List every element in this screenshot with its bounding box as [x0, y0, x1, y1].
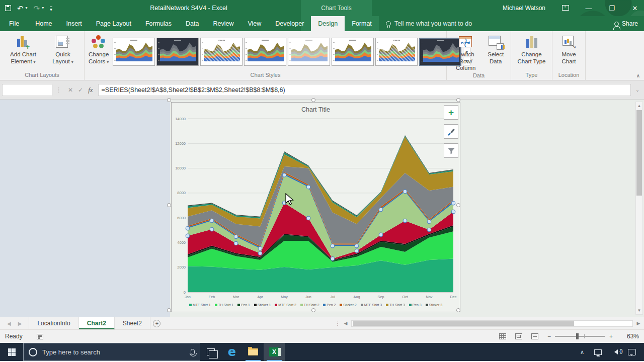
chart-styles-button[interactable] [444, 124, 458, 139]
enter-formula-icon[interactable]: ✓ [78, 86, 83, 94]
ribbon-tab[interactable]: Insert [59, 16, 89, 31]
selected-point-bottom[interactable] [306, 216, 310, 220]
move-chart-button[interactable]: ↘ Move Chart [554, 32, 583, 71]
sheet-tab[interactable]: Sheet2 [115, 317, 150, 329]
ribbon-display-options-icon[interactable] [560, 5, 571, 12]
edge-button[interactable]: e [221, 343, 243, 361]
selected-point-top[interactable] [355, 244, 359, 248]
chart-handle-bottom-left[interactable] [167, 308, 171, 312]
select-data-button[interactable]: Select Data [482, 32, 509, 72]
horizontal-scrollbar[interactable] [351, 320, 633, 327]
zoom-percentage[interactable]: 63% [622, 333, 639, 340]
legend-item[interactable]: MTF Shirt 1 [189, 303, 211, 307]
page-break-view-icon[interactable] [531, 333, 538, 339]
tray-expand-icon[interactable]: ∧ [580, 349, 584, 355]
selected-point-top[interactable] [234, 235, 238, 239]
selected-point-top[interactable] [331, 244, 335, 248]
selected-point-bottom[interactable] [258, 251, 262, 255]
chart-handle-mid-left[interactable] [167, 203, 171, 207]
microphone-icon[interactable] [191, 349, 195, 355]
minimize-button[interactable]: — [584, 5, 594, 12]
chart-title[interactable]: Chart Title [172, 106, 460, 113]
selected-point-top[interactable] [306, 185, 310, 189]
selected-point-bottom[interactable] [234, 241, 238, 245]
scroll-up-icon[interactable]: ▲ [636, 102, 642, 110]
selected-point-bottom[interactable] [355, 249, 359, 253]
chart-style-thumbnail[interactable] [156, 38, 199, 66]
expand-formula-bar-icon[interactable]: ⌄ [633, 87, 642, 93]
quick-layout-button[interactable]: Quick Layout▾ [44, 32, 82, 71]
redo-caret-icon[interactable]: ▾ [42, 6, 44, 10]
chart-style-thumbnail[interactable] [244, 38, 286, 66]
zoom-slider[interactable] [555, 336, 605, 337]
chart-style-thumbnail[interactable] [419, 38, 461, 66]
chart-object[interactable]: Chart Title 0200040006000800010000120001… [171, 102, 460, 312]
collapse-ribbon-icon[interactable]: ∧ [636, 73, 640, 78]
chart-handle-top-center[interactable] [311, 98, 315, 102]
ribbon-tab[interactable]: Formulas [138, 16, 179, 31]
excel-taskbar-button[interactable]: X [264, 343, 285, 361]
ribbon-tab[interactable]: Data [179, 16, 206, 31]
redo-icon[interactable]: ↷ [34, 5, 40, 12]
user-name[interactable]: Michael Watson [503, 5, 545, 12]
legend-item[interactable]: Sticker 1 [254, 303, 271, 307]
legend-item[interactable]: TH Shirt 2 [300, 303, 319, 307]
selected-point-top[interactable] [451, 201, 455, 205]
horizontal-scroll-thumb[interactable] [353, 321, 574, 326]
zoom-slider-thumb[interactable] [576, 333, 579, 339]
tell-me-box[interactable]: Tell me what you want to do [386, 16, 472, 31]
change-colors-button[interactable]: Change Colors▾ [87, 32, 111, 71]
change-chart-type-button[interactable]: Change Chart Type [513, 32, 550, 71]
legend-item[interactable]: MTF Shirt 3 [361, 303, 382, 307]
ribbon-tab[interactable]: Page Layout [89, 16, 138, 31]
network-icon[interactable] [594, 349, 602, 355]
selected-point-top[interactable] [282, 173, 286, 177]
page-layout-view-icon[interactable] [515, 333, 522, 339]
legend-item[interactable]: Pen 3 [409, 303, 422, 307]
selected-point-bottom[interactable] [427, 228, 431, 232]
ribbon-tab[interactable]: Developer [268, 16, 311, 31]
zoom-in-icon[interactable]: + [609, 333, 613, 340]
selected-point-bottom[interactable] [451, 210, 455, 214]
sheet-next-icon[interactable]: ▶ [18, 321, 22, 326]
chart-style-thumbnail[interactable] [200, 38, 243, 66]
legend-item[interactable]: TH Shirt 3 [386, 303, 405, 307]
ribbon-tab[interactable]: Review [206, 16, 240, 31]
formula-input[interactable]: =SERIES(Sheet2!$A$8,Sheet2!$B$2:$M$2,She… [98, 84, 631, 96]
tab-split-grip[interactable]: ⋮ [335, 321, 340, 326]
selected-point-bottom[interactable] [210, 227, 214, 231]
insert-function-icon[interactable]: fx [88, 86, 93, 94]
chart-filters-button[interactable] [444, 143, 458, 158]
normal-view-icon[interactable] [499, 333, 506, 339]
ribbon-tab[interactable]: Home [28, 16, 59, 31]
ribbon-tab[interactable]: Design [311, 16, 345, 31]
task-view-button[interactable] [200, 343, 221, 361]
hscroll-right-icon[interactable]: ▶ [635, 321, 642, 326]
restore-button[interactable]: ❐ [607, 5, 617, 12]
ribbon-tab[interactable]: Format [345, 16, 379, 31]
chart-style-thumbnail[interactable] [113, 38, 155, 66]
zoom-out-icon[interactable]: − [547, 333, 551, 340]
legend-item[interactable]: Pen 2 [323, 303, 336, 307]
file-explorer-button[interactable] [243, 343, 264, 361]
new-sheet-button[interactable]: + [150, 317, 164, 329]
save-icon[interactable] [5, 5, 11, 12]
vertical-scroll-thumb[interactable] [636, 110, 642, 196]
close-button[interactable]: ✕ [630, 5, 640, 12]
macro-record-icon[interactable] [37, 334, 43, 339]
chart-handle-mid-right[interactable] [456, 203, 460, 207]
scroll-down-icon[interactable]: ▼ [636, 307, 642, 314]
legend-item[interactable]: Sticker 2 [340, 303, 356, 307]
name-box[interactable] [2, 84, 52, 96]
chart-handle-bottom-center[interactable] [311, 308, 315, 312]
chart-handle-top-left[interactable] [167, 98, 171, 102]
chart-style-thumbnail[interactable] [288, 38, 330, 66]
action-center-icon[interactable] [628, 349, 636, 355]
selected-point-bottom[interactable] [379, 233, 383, 237]
selected-point-top[interactable] [210, 219, 214, 223]
sheet-prev-icon[interactable]: ◀ [7, 321, 11, 326]
legend-item[interactable]: MTF Shirt 2 [275, 303, 296, 307]
chart-handle-bottom-right[interactable] [456, 308, 460, 312]
legend-item[interactable]: Sticker 3 [426, 303, 442, 307]
cancel-formula-icon[interactable]: ✕ [68, 86, 73, 94]
